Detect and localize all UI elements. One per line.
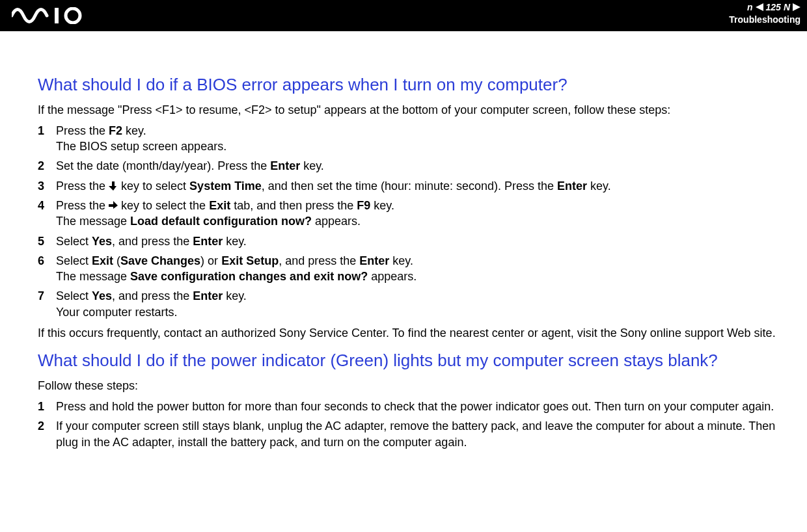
next-page-icon[interactable]: [793, 3, 800, 11]
question-2-title: What should I do if the power indicator …: [38, 350, 780, 371]
svg-point-1: [66, 8, 80, 23]
list-item: 5 Select Yes, and press the Enter key.: [38, 233, 780, 249]
step-body: Press the F2 key. The BIOS setup screen …: [56, 123, 780, 155]
step-number: 7: [38, 288, 56, 320]
step-body: Press and hold the power button for more…: [56, 399, 780, 414]
step-body: Select Yes, and press the Enter key. You…: [56, 288, 780, 320]
step-number: 3: [38, 178, 56, 194]
step-body: Set the date (month/day/year). Press the…: [56, 158, 780, 174]
step-body: If your computer screen still stays blan…: [56, 418, 780, 450]
list-item: 4 Press the key to select the Exit tab, …: [38, 198, 780, 230]
question-2-intro: Follow these steps:: [38, 378, 780, 393]
list-item: 2 Set the date (month/day/year). Press t…: [38, 158, 780, 174]
step-body: Select Exit (Save Changes) or Exit Setup…: [56, 253, 780, 285]
step-number: 2: [38, 158, 56, 174]
svg-rect-0: [55, 8, 59, 23]
step-body: Press the key to select the Exit tab, an…: [56, 198, 780, 230]
page-corner: n 125 N Troubleshooting: [729, 0, 807, 26]
vaio-logo-svg: [12, 7, 96, 24]
arrow-right-icon: [109, 201, 118, 210]
question-1-title: What should I do if a BIOS error appears…: [38, 74, 780, 96]
list-item: 6 Select Exit (Save Changes) or Exit Set…: [38, 253, 780, 285]
vaio-logo: [12, 7, 96, 24]
step-number: 2: [38, 418, 56, 450]
step-body: Select Yes, and press the Enter key.: [56, 233, 780, 249]
step-number: 1: [38, 399, 56, 414]
section-label: Troubleshooting: [729, 14, 800, 26]
page-number: 125: [766, 1, 781, 14]
question-1-intro: If the message "Press <F1> to resume, <F…: [38, 102, 780, 118]
list-item: 1 Press the F2 key. The BIOS setup scree…: [38, 123, 780, 155]
prev-page-icon[interactable]: [756, 3, 763, 11]
n-indicator-right: N: [784, 1, 790, 14]
step-number: 4: [38, 198, 56, 230]
arrow-down-icon: [109, 181, 118, 191]
list-item: 3 Press the key to select System Time, a…: [38, 178, 780, 194]
list-item: 1 Press and hold the power button for mo…: [38, 399, 780, 414]
list-item: 7 Select Yes, and press the Enter key. Y…: [38, 288, 780, 320]
page-nav: n 125 N: [729, 1, 800, 14]
step-number: 6: [38, 253, 56, 285]
step-number: 1: [38, 123, 56, 155]
page-content: What should I do if a BIOS error appears…: [0, 31, 807, 450]
step-body: Press the key to select System Time, and…: [56, 178, 780, 194]
question-2-steps: 1 Press and hold the power button for mo…: [38, 399, 780, 450]
page-header: n 125 N Troubleshooting: [0, 0, 807, 31]
list-item: 2 If your computer screen still stays bl…: [38, 418, 780, 450]
question-1-steps: 1 Press the F2 key. The BIOS setup scree…: [38, 123, 780, 320]
question-1-note: If this occurs frequently, contact an au…: [38, 325, 780, 341]
step-number: 5: [38, 233, 56, 249]
n-indicator-left: n: [747, 1, 753, 14]
